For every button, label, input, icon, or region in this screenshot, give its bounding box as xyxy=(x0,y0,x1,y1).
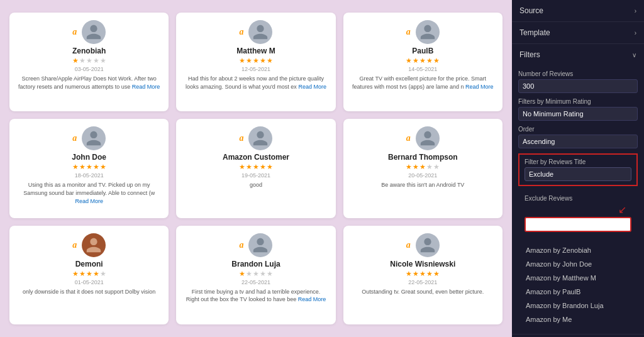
read-more-link[interactable]: Read More xyxy=(464,84,494,90)
filled-star-icon: ★ xyxy=(72,270,79,278)
template-header[interactable]: Template › xyxy=(512,22,644,43)
filter-title-input[interactable] xyxy=(525,167,631,181)
amazon-logo-icon: a xyxy=(72,27,77,37)
review-text: Great TV with excellent picture for the … xyxy=(352,75,494,91)
filled-star-icon: ★ xyxy=(426,270,433,278)
filled-star-icon: ★ xyxy=(79,163,86,171)
card-top: a xyxy=(185,233,326,257)
filters-header[interactable]: Filters ∨ xyxy=(512,44,644,65)
read-more-link[interactable]: Read More xyxy=(130,84,160,90)
review-text: First time buying a tv and had a terribl… xyxy=(185,288,326,304)
dropdown-item[interactable]: Amazon by PaulB xyxy=(518,285,638,299)
avatar xyxy=(416,126,440,150)
review-date: 18-05-2021 xyxy=(75,172,104,179)
order-label: Order xyxy=(518,126,638,133)
num-reviews-input[interactable] xyxy=(518,79,638,93)
arrow-icon: ↙ xyxy=(525,204,631,216)
review-date: 12-05-2021 xyxy=(242,66,270,72)
review-date: 22-05-2021 xyxy=(242,279,270,285)
filled-star-icon: ★ xyxy=(433,57,440,65)
review-text: Screen Share/Apple AirPlay Does Not Work… xyxy=(18,75,160,91)
avatar xyxy=(82,233,106,257)
filled-star-icon: ★ xyxy=(413,270,419,278)
filter-title-label: Filter by Reviews Title xyxy=(525,158,631,165)
reviewer-name: Demoni xyxy=(75,260,103,268)
filled-star-icon: ★ xyxy=(267,57,273,65)
dropdown-item[interactable]: Amazon by Zenobiah xyxy=(518,243,638,257)
avatar xyxy=(248,126,272,150)
filled-star-icon: ★ xyxy=(413,57,419,65)
filled-star-icon: ★ xyxy=(419,163,426,171)
amazon-logo-icon: a xyxy=(406,27,411,37)
review-text: Outstanding tv. Great sound, even better… xyxy=(362,288,484,296)
card-top: a xyxy=(352,233,494,257)
empty-star-icon: ★ xyxy=(426,163,433,171)
dropdown-item[interactable]: Amazon by John Doe xyxy=(518,257,638,271)
empty-star-icon: ★ xyxy=(79,57,86,65)
card-top: a xyxy=(18,126,160,150)
filter-title-section: Filter by Reviews Title xyxy=(518,153,638,186)
reviewer-name: PaulB xyxy=(412,47,433,55)
filled-star-icon: ★ xyxy=(413,163,419,171)
reviewer-name: Matthew M xyxy=(236,47,275,55)
filled-star-icon: ★ xyxy=(246,163,252,171)
review-date: 19-05-2021 xyxy=(242,172,270,179)
empty-star-icon: ★ xyxy=(246,270,252,278)
review-text: Be aware this isn't an Android TV xyxy=(381,181,464,189)
avatar xyxy=(82,20,106,44)
card-top: a xyxy=(185,20,326,44)
filled-star-icon: ★ xyxy=(419,57,426,65)
dropdown-item[interactable]: Amazon by Brandon Luja xyxy=(518,299,638,312)
avatar xyxy=(416,20,440,44)
reviewer-name: Bernard Thompson xyxy=(388,153,458,162)
exclude-reviews-input[interactable] xyxy=(525,217,631,232)
review-card: a Matthew M★★★★★12-05-2021Had this for a… xyxy=(176,13,335,111)
empty-star-icon: ★ xyxy=(433,163,440,171)
reviewer-name: Amazon Customer xyxy=(223,153,289,162)
source-chevron-icon: › xyxy=(635,8,636,14)
filled-star-icon: ★ xyxy=(406,57,412,65)
filled-star-icon: ★ xyxy=(406,270,412,278)
amazon-logo-icon: a xyxy=(406,240,411,250)
min-rating-input[interactable] xyxy=(518,107,638,121)
review-date: 01-05-2021 xyxy=(75,279,104,285)
filled-star-icon: ★ xyxy=(93,163,99,171)
filled-star-icon: ★ xyxy=(246,57,252,65)
template-section: Template › xyxy=(512,22,644,44)
source-header[interactable]: Source › xyxy=(512,0,644,21)
read-more-link[interactable]: Read More xyxy=(75,198,103,204)
order-input[interactable] xyxy=(518,135,638,148)
read-more-link[interactable]: Read More xyxy=(297,84,326,90)
filled-star-icon: ★ xyxy=(426,57,433,65)
card-top: a xyxy=(185,126,326,150)
filled-star-icon: ★ xyxy=(239,57,245,65)
reviewer-name: Nicole Wisniewski xyxy=(390,260,455,268)
filled-star-icon: ★ xyxy=(79,270,86,278)
card-top: a xyxy=(352,126,494,150)
review-card: a Nicole Wisniewski★★★★★22-05-2021Outsta… xyxy=(343,226,502,324)
read-more-link[interactable]: Read More xyxy=(296,296,326,302)
empty-star-icon: ★ xyxy=(100,57,106,65)
star-rating: ★★★★★ xyxy=(406,270,440,278)
order-field: Order xyxy=(518,126,638,148)
review-card: a Zenobiah★★★★★03-05-2021Screen Share/Ap… xyxy=(9,13,169,111)
num-reviews-label: Number of Reviews xyxy=(518,70,638,77)
avatar xyxy=(248,20,272,44)
dropdown-item[interactable]: Amazon by Me xyxy=(518,312,638,326)
review-card: a Amazon Customer★★★★★19-05-2021good xyxy=(176,119,335,218)
avatar xyxy=(82,126,106,150)
star-rating: ★★★★★ xyxy=(406,163,440,171)
filled-star-icon: ★ xyxy=(72,57,79,65)
review-date: 22-05-2021 xyxy=(408,279,437,285)
template-label: Template xyxy=(519,28,550,37)
reviews-grid: a Zenobiah★★★★★03-05-2021Screen Share/Ap… xyxy=(9,13,502,324)
min-rating-label: Filters by Minimum Rating xyxy=(518,98,638,105)
star-rating: ★★★★★ xyxy=(72,270,106,278)
dropdown-item[interactable]: Amazon by Matthew M xyxy=(518,271,638,285)
card-top: a xyxy=(18,20,160,44)
template-chevron-icon: › xyxy=(635,30,636,36)
review-card: a PaulB★★★★★14-05-2021Great TV with exce… xyxy=(343,13,502,111)
source-section: Source › xyxy=(512,0,644,22)
sidebar: Source › Template › Filters ∨ Number of … xyxy=(512,0,644,337)
dropdown-list: Amazon by ZenobiahAmazon by John DoeAmaz… xyxy=(518,241,638,329)
